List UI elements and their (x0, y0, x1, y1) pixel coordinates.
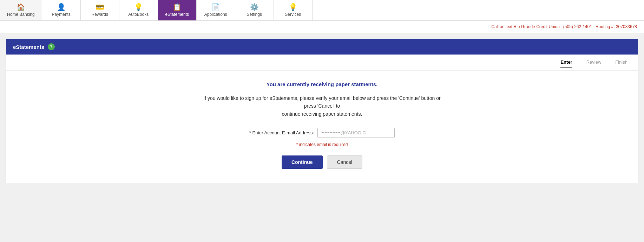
nav-home-banking[interactable]: 🏠 Home Banking (0, 0, 42, 20)
estatements-icon: 📋 (173, 4, 182, 11)
required-note: * indicates email is required (296, 142, 348, 147)
nav-payments[interactable]: 👤 Payments (42, 0, 81, 20)
autobooks-icon: 💡 (134, 4, 143, 11)
info-text: If you would like to sign up for eStatem… (199, 94, 445, 118)
cancel-button[interactable]: Cancel (327, 155, 363, 169)
nav-rewards[interactable]: 💳 Rewards (81, 0, 119, 20)
help-icon-button[interactable]: ? (48, 43, 55, 50)
nav-applications[interactable]: 📄 Applications (197, 0, 235, 20)
email-row: * Enter Account E-mail Address: (249, 128, 395, 138)
section-header: eStatements ? (6, 39, 638, 55)
nav-services[interactable]: 💡 Services (274, 0, 313, 20)
info-bar: Call or Text Rio Grande Credit Union · (… (0, 21, 644, 33)
applications-icon: 📄 (211, 4, 220, 11)
nav-applications-label: Applications (204, 12, 227, 17)
services-icon: 💡 (289, 4, 297, 11)
nav-home-banking-label: Home Banking (7, 12, 35, 17)
paper-notice: You are currently receiving paper statme… (267, 81, 378, 87)
nav-estatements-label: eStatements (165, 12, 189, 17)
payments-icon: 👤 (57, 4, 66, 11)
nav-settings[interactable]: ⚙️ Settings (235, 0, 274, 20)
settings-icon: ⚙️ (250, 4, 259, 11)
step-finish[interactable]: Finish (615, 59, 627, 68)
nav-services-label: Services (285, 12, 301, 17)
form-area: You are currently receiving paper statme… (6, 71, 638, 183)
email-input[interactable] (317, 128, 395, 138)
continue-button[interactable]: Continue (282, 155, 323, 169)
nav-autobooks[interactable]: 💡 AutoBooks (119, 0, 158, 20)
button-row: Continue Cancel (282, 155, 362, 169)
nav-settings-label: Settings (247, 12, 262, 17)
info-bar-text: Call or Text Rio Grande Credit Union · (… (491, 24, 637, 29)
main-content: eStatements ? Enter Review Finish You ar… (6, 39, 638, 183)
rewards-icon: 💳 (96, 4, 104, 11)
step-review[interactable]: Review (586, 59, 602, 68)
step-enter[interactable]: Enter (560, 59, 572, 68)
nav-payments-label: Payments (52, 12, 71, 17)
nav-autobooks-label: AutoBooks (128, 12, 149, 17)
email-label: * Enter Account E-mail Address: (249, 130, 314, 135)
steps-bar: Enter Review Finish (6, 55, 638, 71)
home-icon: 🏠 (17, 4, 25, 11)
nav-rewards-label: Rewards (92, 12, 108, 17)
top-navigation: 🏠 Home Banking 👤 Payments 💳 Rewards 💡 Au… (0, 0, 644, 21)
section-title: eStatements (13, 44, 44, 50)
nav-estatements[interactable]: 📋 eStatements (158, 0, 197, 20)
